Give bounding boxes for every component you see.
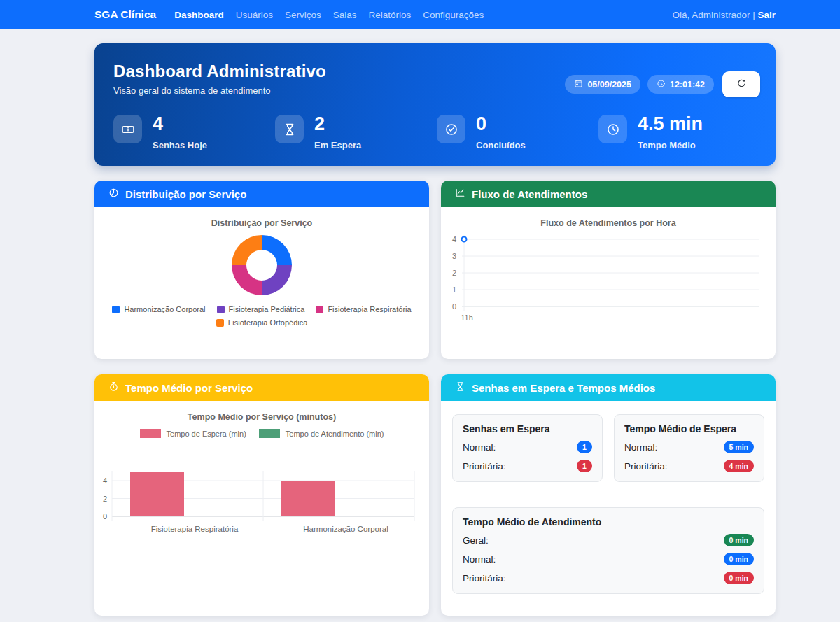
- stat-value: 0: [476, 115, 526, 134]
- flow-card-header: Fluxo de Atendimentos: [441, 181, 776, 207]
- legend-label: Tempo de Espera (min): [167, 430, 246, 438]
- waiting-panels: Senhas em EsperaNormal:1Prioritária:1Tem…: [441, 401, 776, 607]
- time-value: 12:01:42: [670, 80, 705, 90]
- panel-row-label: Normal:: [463, 554, 496, 565]
- flow-line-chart: 0123411h: [441, 234, 776, 356]
- panel-0: Senhas em EsperaNormal:1Prioritária:1: [452, 414, 603, 482]
- hero-heading: Dashboard Administrativo Visão geral do …: [113, 62, 326, 96]
- flow-card-body: Fluxo de Atendimentos por Hora 0123411h: [441, 207, 776, 359]
- panel-row: Normal:5 min: [624, 441, 754, 453]
- stopwatch-icon: [108, 381, 119, 394]
- donut-chart: [232, 235, 292, 295]
- app-brand[interactable]: SGA Clínica: [94, 8, 156, 21]
- stats-row: 4Senhas Hoje2Em Espera0Concluídos4.5 min…: [113, 115, 760, 150]
- legend-item: Fisioterapia Pediátrica: [217, 305, 305, 313]
- stat-hourglass: 2Em Espera: [275, 115, 437, 150]
- status-badge: 1: [577, 460, 592, 472]
- nav-item-servicos[interactable]: Serviços: [285, 10, 321, 20]
- date-value: 05/09/2025: [587, 80, 631, 90]
- svg-text:4: 4: [103, 476, 107, 485]
- panel-title: Tempo Médio de Espera: [624, 423, 754, 434]
- stat-label: Em Espera: [314, 140, 361, 150]
- svg-text:3: 3: [452, 252, 456, 260]
- svg-text:1: 1: [452, 285, 456, 294]
- panel-row-label: Normal:: [624, 442, 657, 453]
- nav-item-salas[interactable]: Salas: [333, 10, 357, 20]
- legend-label: Tempo de Atendimento (min): [286, 430, 384, 438]
- calendar-icon: [574, 79, 583, 90]
- ticket-icon: [113, 115, 142, 143]
- status-badge: 4 min: [724, 460, 754, 472]
- nav-item-dashboard[interactable]: Dashboard: [174, 10, 224, 20]
- svg-text:0: 0: [452, 302, 456, 311]
- legend-label: Harmonização Corporal: [124, 305, 205, 313]
- panel-row: Prioritária:0 min: [463, 572, 754, 584]
- panel-row: Geral:0 min: [463, 534, 754, 546]
- panel-row-label: Prioritária:: [624, 461, 668, 472]
- distribution-card-body: Distribuição por Serviço Harmonização Co…: [94, 207, 429, 359]
- waiting-card-body: Senhas em EsperaNormal:1Prioritária:1Tem…: [441, 401, 776, 616]
- stat-value: 4: [153, 115, 207, 134]
- panel-row: Prioritária:4 min: [624, 460, 754, 472]
- panel-row: Prioritária:1: [463, 460, 592, 472]
- avg-service-card-body: Tempo Médio por Serviço (minutos) Tempo …: [94, 401, 429, 616]
- stat-text: 4.5 minTempo Médio: [638, 115, 703, 150]
- panel-row: Normal:0 min: [463, 553, 754, 565]
- graph-up-icon: [455, 188, 465, 200]
- panel-2: Tempo Médio de AtendimentoGeral:0 minNor…: [452, 507, 764, 594]
- status-badge: 0 min: [724, 534, 754, 546]
- legend-swatch: [259, 429, 280, 438]
- legend-swatch: [112, 306, 120, 313]
- flow-card: Fluxo de Atendimentos Fluxo de Atendimen…: [441, 181, 776, 359]
- legend-item: Harmonização Corporal: [112, 305, 205, 313]
- svg-text:4: 4: [452, 235, 456, 243]
- user-greeting: Olá, Administrador: [672, 10, 750, 20]
- pie-chart-icon: [108, 188, 119, 200]
- bar-legend-item: Tempo de Espera (min): [140, 429, 246, 438]
- stat-check-circle: 0Concluídos: [437, 115, 598, 150]
- nav-item-configuracoes[interactable]: Configurações: [423, 10, 484, 20]
- distribution-card: Distribuição por Serviço Distribuição po…: [94, 181, 429, 359]
- stat-label: Concluídos: [476, 140, 526, 150]
- waiting-card: Senhas em Espera e Tempos Médios Senhas …: [441, 374, 776, 616]
- stat-label: Senhas Hoje: [153, 140, 207, 150]
- status-badge: 1: [577, 441, 592, 453]
- clock-icon: [598, 115, 627, 143]
- avg-service-card: Tempo Médio por Serviço Tempo Médio por …: [94, 374, 429, 616]
- refresh-button[interactable]: [722, 71, 760, 97]
- svg-text:Harmonização Corporal: Harmonização Corporal: [303, 525, 388, 533]
- user-area: Olá, Administrador | Sair: [672, 10, 776, 20]
- avg-service-bar-chart: 024Fisioterapia RespiratóriaHarmonização…: [94, 465, 429, 542]
- waiting-card-header: Senhas em Espera e Tempos Médios: [441, 374, 776, 401]
- legend-label: Fisioterapia Ortopédica: [228, 318, 308, 327]
- avg-service-card-title: Tempo Médio por Serviço: [125, 382, 253, 394]
- status-badge: 5 min: [724, 441, 754, 453]
- donut-chart-title: Distribuição por Serviço: [94, 207, 429, 228]
- top-navbar: SGA Clínica DashboardUsuáriosServiçosSal…: [0, 0, 840, 29]
- donut-legend: Harmonização CorporalFisioterapia Pediát…: [94, 305, 429, 327]
- stat-ticket: 4Senhas Hoje: [113, 115, 275, 150]
- stat-text: 0Concluídos: [476, 115, 526, 150]
- legend-item: Fisioterapia Respiratória: [316, 305, 411, 313]
- date-badge: 05/09/2025: [565, 75, 640, 94]
- stat-value: 4.5 min: [638, 115, 703, 134]
- panel-row-label: Prioritária:: [463, 573, 506, 584]
- panel-row-label: Prioritária:: [463, 461, 506, 472]
- panel-title: Senhas em Espera: [463, 423, 592, 434]
- logout-link[interactable]: Sair: [757, 10, 776, 20]
- page-subtitle: Visão geral do sistema de atendimento: [113, 85, 326, 96]
- stat-text: 4Senhas Hoje: [153, 115, 207, 150]
- bar-chart-title: Tempo Médio por Serviço (minutos): [94, 401, 429, 422]
- bar-chart-legend: Tempo de Espera (min)Tempo de Atendiment…: [94, 429, 429, 438]
- nav-item-relatorios[interactable]: Relatórios: [369, 10, 412, 20]
- legend-swatch: [316, 306, 323, 313]
- greeting-separator: |: [750, 10, 757, 20]
- stat-label: Tempo Médio: [638, 140, 703, 150]
- svg-text:2: 2: [103, 495, 107, 503]
- panel-1: Tempo Médio de EsperaNormal:5 minPriorit…: [614, 414, 764, 482]
- nav-item-usuarios[interactable]: Usuários: [236, 10, 273, 20]
- distribution-card-title: Distribuição por Serviço: [125, 188, 246, 200]
- hourglass-icon: [455, 381, 465, 394]
- legend-swatch: [216, 319, 224, 327]
- bar-legend-item: Tempo de Atendimento (min): [259, 429, 384, 438]
